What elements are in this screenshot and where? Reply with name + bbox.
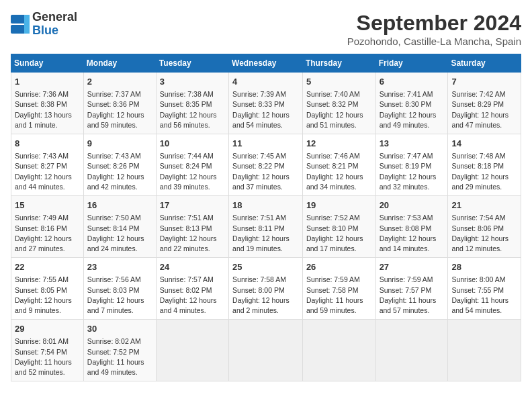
day-number: 27 bbox=[380, 261, 445, 273]
calendar-cell: 24Sunrise: 7:57 AM Sunset: 8:02 PM Dayli… bbox=[156, 258, 228, 320]
calendar-cell: 21Sunrise: 7:54 AM Sunset: 8:06 PM Dayli… bbox=[448, 196, 521, 258]
day-info: Sunrise: 7:38 AM Sunset: 8:35 PM Dayligh… bbox=[160, 89, 225, 130]
day-number: 15 bbox=[15, 199, 80, 212]
day-number: 25 bbox=[232, 261, 299, 273]
day-info: Sunrise: 7:37 AM Sunset: 8:36 PM Dayligh… bbox=[87, 89, 152, 130]
calendar: SundayMondayTuesdayWednesdayThursdayFrid… bbox=[11, 54, 521, 381]
calendar-cell: 27Sunrise: 7:59 AM Sunset: 7:57 PM Dayli… bbox=[375, 258, 448, 320]
day-number: 1 bbox=[15, 76, 80, 88]
day-info: Sunrise: 7:43 AM Sunset: 8:26 PM Dayligh… bbox=[87, 151, 152, 192]
day-number: 28 bbox=[451, 261, 517, 273]
month-title: September 2024 bbox=[347, 11, 521, 36]
day-number: 8 bbox=[15, 138, 80, 150]
calendar-cell: 4Sunrise: 7:39 AM Sunset: 8:33 PM Daylig… bbox=[229, 73, 303, 134]
day-info: Sunrise: 7:42 AM Sunset: 8:29 PM Dayligh… bbox=[451, 89, 517, 130]
day-info: Sunrise: 7:40 AM Sunset: 8:32 PM Dayligh… bbox=[306, 89, 372, 130]
calendar-cell: 19Sunrise: 7:52 AM Sunset: 8:10 PM Dayli… bbox=[302, 196, 375, 258]
calendar-cell: 2Sunrise: 7:37 AM Sunset: 8:36 PM Daylig… bbox=[83, 73, 156, 134]
day-info: Sunrise: 7:49 AM Sunset: 8:16 PM Dayligh… bbox=[15, 213, 80, 254]
day-info: Sunrise: 8:01 AM Sunset: 7:54 PM Dayligh… bbox=[15, 336, 80, 377]
day-info: Sunrise: 7:44 AM Sunset: 8:24 PM Dayligh… bbox=[160, 151, 225, 192]
calendar-cell: 25Sunrise: 7:58 AM Sunset: 8:00 PM Dayli… bbox=[229, 258, 303, 320]
calendar-cell bbox=[375, 320, 448, 381]
day-number: 10 bbox=[160, 138, 225, 150]
day-number: 14 bbox=[451, 138, 517, 150]
logo-text: General Blue bbox=[32, 11, 77, 38]
day-number: 21 bbox=[451, 199, 517, 212]
day-info: Sunrise: 7:59 AM Sunset: 7:58 PM Dayligh… bbox=[306, 275, 372, 316]
calendar-cell: 22Sunrise: 7:55 AM Sunset: 8:05 PM Dayli… bbox=[11, 258, 84, 320]
day-number: 11 bbox=[232, 138, 299, 150]
day-number: 29 bbox=[15, 323, 80, 335]
day-info: Sunrise: 7:56 AM Sunset: 8:03 PM Dayligh… bbox=[87, 275, 152, 316]
calendar-cell bbox=[448, 320, 521, 381]
calendar-cell: 28Sunrise: 8:00 AM Sunset: 7:55 PM Dayli… bbox=[448, 258, 521, 320]
calendar-cell: 11Sunrise: 7:45 AM Sunset: 8:22 PM Dayli… bbox=[229, 134, 303, 196]
day-number: 2 bbox=[87, 76, 152, 88]
day-info: Sunrise: 7:59 AM Sunset: 7:57 PM Dayligh… bbox=[380, 275, 445, 316]
day-info: Sunrise: 7:41 AM Sunset: 8:30 PM Dayligh… bbox=[380, 89, 445, 130]
day-number: 3 bbox=[160, 76, 225, 88]
day-info: Sunrise: 7:53 AM Sunset: 8:08 PM Dayligh… bbox=[380, 213, 445, 254]
day-number: 4 bbox=[232, 76, 299, 88]
dow-header-tuesday: Tuesday bbox=[156, 54, 228, 73]
dow-header-monday: Monday bbox=[83, 54, 156, 73]
calendar-cell: 12Sunrise: 7:46 AM Sunset: 8:21 PM Dayli… bbox=[302, 134, 375, 196]
day-number: 12 bbox=[306, 138, 372, 150]
calendar-cell: 16Sunrise: 7:50 AM Sunset: 8:14 PM Dayli… bbox=[83, 196, 156, 258]
calendar-cell: 15Sunrise: 7:49 AM Sunset: 8:16 PM Dayli… bbox=[11, 196, 84, 258]
day-info: Sunrise: 8:00 AM Sunset: 7:55 PM Dayligh… bbox=[451, 275, 517, 316]
calendar-cell: 30Sunrise: 8:02 AM Sunset: 7:52 PM Dayli… bbox=[83, 320, 156, 381]
day-number: 20 bbox=[380, 199, 445, 212]
calendar-cell: 7Sunrise: 7:42 AM Sunset: 8:29 PM Daylig… bbox=[448, 73, 521, 134]
calendar-cell: 8Sunrise: 7:43 AM Sunset: 8:27 PM Daylig… bbox=[11, 134, 84, 196]
day-number: 5 bbox=[306, 76, 372, 88]
day-info: Sunrise: 7:57 AM Sunset: 8:02 PM Dayligh… bbox=[160, 275, 225, 316]
calendar-cell: 18Sunrise: 7:51 AM Sunset: 8:11 PM Dayli… bbox=[229, 196, 303, 258]
calendar-cell: 23Sunrise: 7:56 AM Sunset: 8:03 PM Dayli… bbox=[83, 258, 156, 320]
day-number: 13 bbox=[380, 138, 445, 150]
day-info: Sunrise: 7:45 AM Sunset: 8:22 PM Dayligh… bbox=[232, 151, 299, 192]
day-info: Sunrise: 7:52 AM Sunset: 8:10 PM Dayligh… bbox=[306, 213, 372, 254]
day-number: 18 bbox=[232, 199, 299, 212]
calendar-cell: 20Sunrise: 7:53 AM Sunset: 8:08 PM Dayli… bbox=[375, 196, 448, 258]
calendar-cell: 17Sunrise: 7:51 AM Sunset: 8:13 PM Dayli… bbox=[156, 196, 228, 258]
calendar-cell: 10Sunrise: 7:44 AM Sunset: 8:24 PM Dayli… bbox=[156, 134, 228, 196]
day-number: 9 bbox=[87, 138, 152, 150]
calendar-cell: 1Sunrise: 7:36 AM Sunset: 8:38 PM Daylig… bbox=[11, 73, 84, 134]
day-number: 22 bbox=[15, 261, 80, 273]
calendar-cell bbox=[156, 320, 228, 381]
logo: General Blue bbox=[11, 11, 77, 38]
calendar-cell: 29Sunrise: 8:01 AM Sunset: 7:54 PM Dayli… bbox=[11, 320, 84, 381]
day-info: Sunrise: 7:36 AM Sunset: 8:38 PM Dayligh… bbox=[15, 89, 80, 130]
calendar-cell: 5Sunrise: 7:40 AM Sunset: 8:32 PM Daylig… bbox=[302, 73, 375, 134]
title-block: September 2024 Pozohondo, Castille-La Ma… bbox=[347, 11, 521, 47]
day-info: Sunrise: 7:39 AM Sunset: 8:33 PM Dayligh… bbox=[232, 89, 299, 130]
dow-header-thursday: Thursday bbox=[302, 54, 375, 73]
day-info: Sunrise: 7:58 AM Sunset: 8:00 PM Dayligh… bbox=[232, 275, 299, 316]
day-info: Sunrise: 8:02 AM Sunset: 7:52 PM Dayligh… bbox=[87, 336, 152, 377]
calendar-cell: 14Sunrise: 7:48 AM Sunset: 8:18 PM Dayli… bbox=[448, 134, 521, 196]
location: Pozohondo, Castille-La Mancha, Spain bbox=[347, 36, 521, 47]
day-number: 24 bbox=[160, 261, 225, 273]
dow-header-saturday: Saturday bbox=[448, 54, 521, 73]
day-number: 26 bbox=[306, 261, 372, 273]
calendar-cell: 3Sunrise: 7:38 AM Sunset: 8:35 PM Daylig… bbox=[156, 73, 228, 134]
calendar-cell bbox=[229, 320, 303, 381]
day-number: 7 bbox=[451, 76, 517, 88]
day-number: 19 bbox=[306, 199, 372, 212]
logo-icon bbox=[11, 15, 30, 34]
day-info: Sunrise: 7:50 AM Sunset: 8:14 PM Dayligh… bbox=[87, 213, 152, 254]
day-info: Sunrise: 7:54 AM Sunset: 8:06 PM Dayligh… bbox=[451, 213, 517, 254]
day-number: 6 bbox=[380, 76, 445, 88]
day-info: Sunrise: 7:48 AM Sunset: 8:18 PM Dayligh… bbox=[451, 151, 517, 192]
day-info: Sunrise: 7:46 AM Sunset: 8:21 PM Dayligh… bbox=[306, 151, 372, 192]
day-info: Sunrise: 7:43 AM Sunset: 8:27 PM Dayligh… bbox=[15, 151, 80, 192]
day-number: 30 bbox=[87, 323, 152, 335]
svg-marker-2 bbox=[24, 15, 30, 34]
calendar-cell: 9Sunrise: 7:43 AM Sunset: 8:26 PM Daylig… bbox=[83, 134, 156, 196]
day-number: 16 bbox=[87, 199, 152, 212]
calendar-cell: 6Sunrise: 7:41 AM Sunset: 8:30 PM Daylig… bbox=[375, 73, 448, 134]
dow-header-sunday: Sunday bbox=[11, 54, 84, 73]
day-info: Sunrise: 7:51 AM Sunset: 8:11 PM Dayligh… bbox=[232, 213, 299, 254]
